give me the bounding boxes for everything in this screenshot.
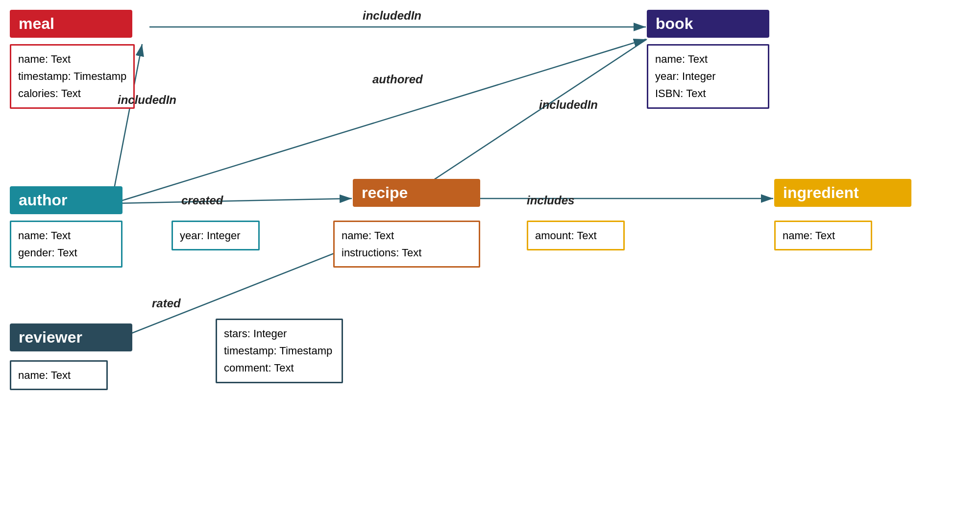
ingredient-label: ingredient [774, 179, 911, 207]
reviewer-props: name: Text [10, 360, 108, 390]
recipe-prop-2: instructions: Text [342, 244, 472, 261]
created-props: year: Integer [172, 221, 260, 250]
includes-prop-1: amount: Text [535, 227, 616, 244]
author-prop-1: name: Text [18, 227, 114, 244]
line-created-author-recipe [113, 198, 352, 203]
book-props: name: Text year: Integer ISBN: Text [647, 44, 769, 109]
rel-authored: authored [372, 73, 423, 86]
rel-includedin-book-recipe: includedIn [539, 98, 598, 112]
rated-prop-3: comment: Text [224, 359, 335, 376]
book-label: book [647, 10, 769, 38]
book-prop-1: name: Text [655, 50, 761, 68]
arrows-layer [0, 0, 980, 521]
rel-includedin-meal-book: includedIn [363, 9, 421, 23]
book-prop-2: year: Integer [655, 68, 761, 85]
rated-prop-2: timestamp: Timestamp [224, 342, 335, 359]
meal-prop-3: calories: Text [18, 85, 126, 102]
rel-includes-label: includes [527, 194, 574, 207]
reviewer-prop-1: name: Text [18, 367, 99, 384]
includes-props: amount: Text [527, 221, 625, 250]
recipe-label: recipe [353, 179, 480, 207]
recipe-props: name: Text instructions: Text [333, 221, 480, 268]
meal-props: name: Text timestamp: Timestamp calories… [10, 44, 135, 109]
ingredient-props: name: Text [774, 221, 872, 250]
line-includedin-book-recipe [416, 39, 647, 191]
rated-props: stars: Integer timestamp: Timestamp comm… [216, 319, 343, 383]
reviewer-label: reviewer [10, 323, 132, 351]
author-prop-2: gender: Text [18, 244, 114, 261]
ingredient-prop-1: name: Text [783, 227, 864, 244]
recipe-prop-1: name: Text [342, 227, 472, 244]
created-prop-1: year: Integer [180, 227, 251, 244]
author-props: name: Text gender: Text [10, 221, 122, 268]
rated-prop-1: stars: Integer [224, 325, 335, 342]
meal-prop-1: name: Text [18, 50, 126, 68]
author-label: author [10, 186, 122, 214]
meal-prop-2: timestamp: Timestamp [18, 68, 126, 85]
meal-label: meal [10, 10, 132, 38]
rel-created-label: created [181, 194, 223, 207]
rel-rated-label: rated [152, 297, 181, 310]
rel-includedin-author-meal: includedIn [118, 93, 176, 107]
book-prop-3: ISBN: Text [655, 85, 761, 102]
